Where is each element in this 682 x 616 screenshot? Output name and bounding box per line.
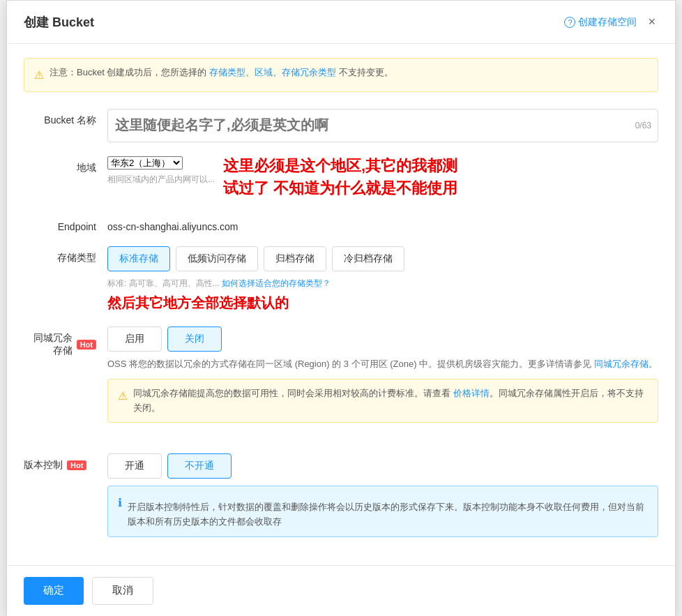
endpoint-row: Endpoint oss-cn-shanghai.aliyuncs.com xyxy=(24,216,658,232)
storage-type-cold-archive[interactable]: 冷归档存储 xyxy=(332,246,404,271)
region-select-area: 华东2（上海） 相同区域内的产品内网可以... xyxy=(107,156,215,186)
region-label: 地域 xyxy=(24,156,107,174)
redundancy-desc: OSS 将您的数据以冗余的方式存储在同一区域 (Region) 的 3 个可用区… xyxy=(107,357,658,372)
version-enable-btn[interactable]: 开通 xyxy=(107,453,162,479)
redundancy-toggle-group: 启用 关闭 xyxy=(107,326,658,352)
storage-type-standard[interactable]: 标准存储 xyxy=(107,246,170,271)
region-annotation-line2: 试过了 不知道为什么就是不能使用 xyxy=(223,179,457,199)
price-detail-link[interactable]: 价格详情 xyxy=(453,388,490,398)
version-row: 版本控制 Hot 开通 不开通 ℹ 开启版本控制特性后，针对数据的覆盖和删除操作… xyxy=(24,453,658,537)
create-bucket-dialog: 创建 Bucket ? 创建存储空间 × ⚠ 注意：Bucket 创建成功后，您… xyxy=(6,0,676,616)
endpoint-label: Endpoint xyxy=(24,216,107,232)
version-hot-badge: Hot xyxy=(67,460,86,470)
bucket-name-row: Bucket 名称 0/63 xyxy=(24,109,658,142)
redundancy-label: 同城冗余存储 Hot xyxy=(24,326,107,357)
redundancy-warning-icon: ⚠ xyxy=(118,387,128,405)
dialog-footer: 确定 取消 xyxy=(7,565,675,616)
bucket-name-input[interactable] xyxy=(107,109,658,142)
redundancy-row: 同城冗余存储 Hot 启用 关闭 OSS 将您的数据以冗余的方式存储在同一区域 … xyxy=(24,326,658,440)
bucket-name-counter: 0/63 xyxy=(635,121,651,130)
version-info-icon: ℹ xyxy=(118,494,122,512)
dialog-title: 创建 Bucket xyxy=(24,14,94,31)
storage-type-help-link[interactable]: 如何选择适合您的存储类型？ xyxy=(222,278,331,288)
redundancy-warning-banner: ⚠ 同城冗余存储能提高您的数据可用性，同时会采用相对较高的计费标准。请查看 价格… xyxy=(107,379,658,423)
redundancy-disable-btn[interactable]: 关闭 xyxy=(167,326,222,352)
redundancy-link[interactable]: 同城冗余存储 xyxy=(594,359,649,369)
version-label: 版本控制 Hot xyxy=(24,453,107,472)
version-content: 开通 不开通 ℹ 开启版本控制特性后，针对数据的覆盖和删除操作将会以历史版本的形… xyxy=(107,453,658,537)
storage-type-label: 存储类型 xyxy=(24,246,107,264)
storage-type-archive[interactable]: 归档存储 xyxy=(264,246,326,271)
bucket-name-content: 0/63 xyxy=(107,109,658,142)
storage-type-buttons: 标准存储 低频访问存储 归档存储 冷归档存储 xyxy=(107,246,658,271)
header-right: ? 创建存储空间 × xyxy=(564,12,658,32)
region-select[interactable]: 华东2（上海） xyxy=(107,156,183,170)
region-link[interactable]: 区域 xyxy=(255,67,273,77)
version-info-text: 开启版本控制特性后，针对数据的覆盖和删除操作将会以历史版本的形式保存下来。版本控… xyxy=(128,500,648,529)
redundancy-hot-badge: Hot xyxy=(77,340,96,350)
region-hint: 相同区域内的产品内网可以... xyxy=(107,174,215,186)
storage-annotation: 然后其它地方全部选择默认的 xyxy=(107,293,658,313)
version-toggle-group: 开通 不开通 xyxy=(107,453,658,479)
bucket-input-area: 0/63 xyxy=(107,109,658,142)
storage-type-row: 存储类型 标准存储 低频访问存储 归档存储 冷归档存储 标准: 高可靠、高可用、… xyxy=(24,246,658,313)
confirm-button[interactable]: 确定 xyxy=(24,577,84,605)
endpoint-value: oss-cn-shanghai.aliyuncs.com xyxy=(107,216,658,232)
region-annotation-line1: 这里必须是这个地区,其它的我都测 xyxy=(223,156,457,176)
close-button[interactable]: × xyxy=(645,12,658,32)
storage-type-content: 标准存储 低频访问存储 归档存储 冷归档存储 标准: 高可靠、高可用、高性...… xyxy=(107,246,658,313)
version-info-banner: ℹ 开启版本控制特性后，针对数据的覆盖和删除操作将会以历史版本的形式保存下来。版… xyxy=(107,486,658,537)
region-row: 地域 华东2（上海） 相同区域内的产品内网可以... 这里必须是这个地区,其它的… xyxy=(24,156,658,202)
storage-hint: 标准: 高可靠、高可用、高性... 如何选择适合您的存储类型？ xyxy=(107,277,658,290)
dialog-body: ⚠ 注意：Bucket 创建成功后，您所选择的 存储类型、区域、存储冗余类型 不… xyxy=(7,44,675,565)
question-icon: ? xyxy=(564,17,575,28)
help-link[interactable]: ? 创建存储空间 xyxy=(564,16,637,29)
storage-type-infrequent[interactable]: 低频访问存储 xyxy=(176,246,258,271)
help-text: 创建存储空间 xyxy=(578,16,637,29)
storage-type-link[interactable]: 存储类型 xyxy=(209,67,245,77)
redundancy-type-link[interactable]: 存储冗余类型 xyxy=(282,67,336,77)
region-annotation: 这里必须是这个地区,其它的我都测 试过了 不知道为什么就是不能使用 xyxy=(223,156,457,202)
redundancy-warning-text: 同城冗余存储能提高您的数据可用性，同时会采用相对较高的计费标准。请查看 价格详情… xyxy=(133,386,648,416)
warning-icon: ⚠ xyxy=(34,66,44,84)
redundancy-content: 启用 关闭 OSS 将您的数据以冗余的方式存储在同一区域 (Region) 的 … xyxy=(107,326,658,440)
bucket-name-label: Bucket 名称 xyxy=(24,109,107,127)
region-content: 华东2（上海） 相同区域内的产品内网可以... 这里必须是这个地区,其它的我都测… xyxy=(107,156,658,202)
cancel-button[interactable]: 取消 xyxy=(92,577,153,605)
dialog-header: 创建 Bucket ? 创建存储空间 × xyxy=(7,1,675,44)
bucket-input-wrapper: 0/63 xyxy=(107,109,658,142)
version-disable-btn[interactable]: 不开通 xyxy=(167,453,232,479)
warning-banner: ⚠ 注意：Bucket 创建成功后，您所选择的 存储类型、区域、存储冗余类型 不… xyxy=(24,58,658,92)
redundancy-enable-btn[interactable]: 启用 xyxy=(107,326,162,352)
warning-text: 注意：Bucket 创建成功后，您所选择的 存储类型、区域、存储冗余类型 不支持… xyxy=(50,66,393,80)
